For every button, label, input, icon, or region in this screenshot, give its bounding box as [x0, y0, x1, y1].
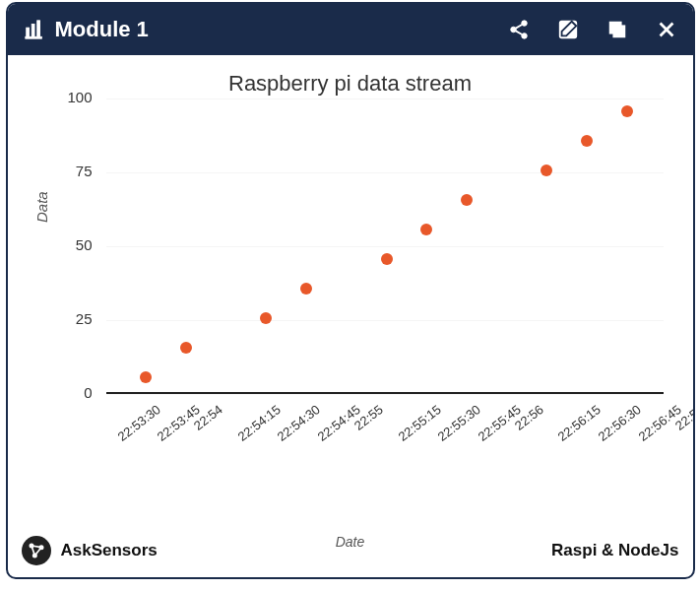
edit-icon[interactable]	[557, 19, 579, 40]
module-panel: Module 1 Raspberry pi data stream Data 2…	[6, 2, 695, 579]
plot-region[interactable]	[106, 98, 664, 394]
x-tick: 22:55:15	[395, 402, 443, 444]
svg-rect-0	[26, 28, 29, 36]
chart-area: Raspberry pi data stream Data 22:53:3022…	[8, 55, 693, 528]
module-title: Module 1	[55, 17, 149, 42]
data-point[interactable]	[260, 312, 272, 324]
header-title-group: Module 1	[24, 17, 508, 42]
y-tick: 50	[61, 236, 93, 253]
data-point[interactable]	[300, 283, 312, 295]
data-point[interactable]	[541, 164, 552, 176]
data-point[interactable]	[461, 194, 473, 206]
svg-rect-11	[609, 23, 620, 33]
y-tick: 0	[61, 384, 93, 401]
bar-chart-icon	[24, 19, 45, 40]
data-point[interactable]	[140, 371, 152, 383]
y-tick: 25	[61, 310, 93, 327]
svg-rect-1	[32, 25, 34, 37]
close-icon[interactable]	[656, 19, 677, 40]
svg-line-7	[515, 25, 521, 29]
data-point[interactable]	[381, 253, 393, 265]
share-icon[interactable]	[508, 19, 530, 40]
data-point[interactable]	[420, 224, 432, 235]
y-tick: 100	[61, 89, 93, 105]
svg-line-8	[515, 31, 521, 34]
data-point[interactable]	[180, 342, 192, 354]
y-tick: 75	[61, 163, 93, 179]
x-tick: 22:56:30	[596, 402, 644, 444]
x-tick: 22:54:15	[234, 402, 283, 444]
svg-point-5	[510, 27, 516, 33]
svg-rect-3	[25, 36, 41, 38]
svg-point-4	[521, 21, 527, 27]
header-actions	[508, 19, 677, 40]
data-point[interactable]	[621, 105, 633, 117]
x-tick: 22:56:15	[555, 402, 604, 444]
svg-rect-2	[36, 21, 39, 37]
x-axis-label: Date	[18, 534, 683, 550]
svg-point-6	[521, 33, 527, 38]
x-tick: 22:54:30	[275, 402, 323, 444]
panel-header: Module 1	[8, 4, 693, 55]
x-tick: 22:55:30	[435, 402, 483, 444]
chart-title: Raspberry pi data stream	[18, 71, 683, 97]
data-point[interactable]	[581, 135, 593, 147]
x-tick: 22:53:30	[114, 402, 162, 444]
copy-icon[interactable]	[606, 19, 628, 40]
y-axis-label: Data	[33, 191, 50, 223]
x-axis: 22:53:3022:53:4522:5422:54:1522:54:3022:…	[106, 394, 664, 473]
